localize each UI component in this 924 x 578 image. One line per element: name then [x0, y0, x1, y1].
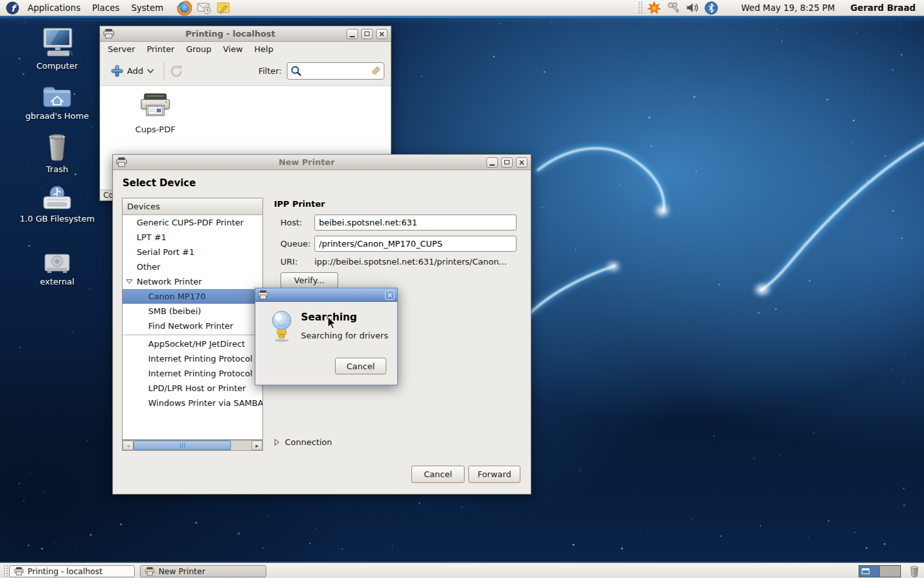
menu-applications[interactable]: Applications — [22, 0, 86, 16]
maximize-button[interactable] — [501, 157, 513, 168]
close-button[interactable]: × — [385, 290, 395, 300]
toolbar: Add Filter: — [100, 57, 391, 85]
scroll-right-button[interactable]: ▸ — [252, 441, 262, 450]
trash-applet[interactable] — [909, 565, 920, 578]
updates-applet[interactable] — [645, 0, 663, 16]
device-row-find-network-printer[interactable]: Find Network Printer — [123, 319, 262, 333]
refresh-icon[interactable] — [169, 64, 184, 78]
printer-item-cups-pdf[interactable]: Cups-PDF — [126, 92, 185, 134]
menu-system[interactable]: System — [125, 0, 169, 16]
device-row-generic-cups-pdf[interactable]: Generic CUPS-PDF Printer — [123, 215, 262, 230]
menu-server[interactable]: Server — [102, 43, 141, 55]
printing-window-titlebar[interactable]: Printing - localhost × — [100, 26, 391, 42]
devices-column-header[interactable]: Devices — [123, 198, 262, 215]
menu-group[interactable]: Group — [180, 43, 218, 55]
firefox-launcher[interactable] — [175, 0, 194, 16]
bluetooth-applet[interactable] — [702, 0, 721, 16]
trash-icon — [44, 132, 70, 162]
clear-filter-icon[interactable] — [371, 66, 381, 76]
close-button[interactable]: × — [376, 29, 388, 39]
maximize-button[interactable] — [361, 29, 373, 39]
window-title: Printing - localhost — [117, 29, 343, 39]
new-printer-titlebar[interactable]: New Printer × — [113, 155, 531, 170]
desktop-icon-home[interactable]: gbraad's Home — [18, 82, 96, 121]
device-row-canon-mp170[interactable]: Canon MP170 — [123, 289, 262, 304]
desktop-icon-external[interactable]: external — [18, 252, 96, 286]
uri-label: URI: — [280, 257, 298, 267]
printer-icon — [14, 567, 24, 575]
searching-cancel-button[interactable]: Cancel — [335, 358, 386, 374]
printer-large-icon — [138, 92, 173, 122]
usb-drive-icon — [41, 185, 73, 212]
device-row-lpt1[interactable]: LPT #1 — [123, 230, 262, 245]
verify-button[interactable]: Verify... — [280, 272, 338, 288]
device-row-serial-port-1[interactable]: Serial Port #1 — [123, 245, 262, 259]
panel-drag-handle[interactable] — [638, 1, 644, 14]
volume-applet[interactable] — [683, 0, 702, 16]
forward-button[interactable]: Forward — [468, 466, 520, 483]
close-button[interactable]: × — [516, 157, 527, 168]
panel-drag-handle[interactable] — [3, 565, 9, 577]
trash-icon — [909, 565, 920, 577]
desktop-icon-label: 1.0 GB Filesystem — [20, 214, 95, 223]
filter-input[interactable] — [304, 66, 368, 76]
device-row-windows-samba[interactable]: Windows Printer via SAMBA — [123, 396, 262, 410]
update-star-icon — [647, 1, 661, 15]
device-row-ipp-1[interactable]: Internet Printing Protocol — [123, 351, 262, 366]
menu-help[interactable]: Help — [248, 43, 279, 55]
desktop-icon-label: external — [40, 277, 74, 286]
device-row-lpd-lpr[interactable]: LPD/LPR Host or Printer — [123, 381, 262, 396]
scrollbar-track[interactable] — [133, 441, 252, 450]
top-panel: f Applications Places System — [0, 0, 924, 16]
keyring-applet[interactable] — [663, 0, 683, 16]
notes-launcher[interactable] — [214, 0, 233, 16]
desktop-icon-computer[interactable]: Computer — [18, 27, 96, 71]
filter-search-box[interactable] — [287, 62, 384, 80]
clock-applet[interactable]: Wed May 19, 8:25 PM — [741, 3, 835, 13]
taskbar-button-printing[interactable]: Printing - localhost — [9, 565, 135, 577]
mail-clock-icon — [197, 1, 211, 14]
devices-horizontal-scrollbar[interactable]: ◂ ▸ — [122, 440, 263, 451]
host-label: Host: — [280, 218, 302, 227]
searching-dialog: × Searching Searching for drivers Cancel — [255, 288, 398, 385]
taskbar-button-new-printer[interactable]: New Printer — [140, 565, 266, 577]
expander-open-icon[interactable] — [126, 279, 133, 285]
desktop-icon-label: Computer — [37, 61, 78, 71]
connection-label: Connection — [285, 437, 332, 447]
scroll-left-button[interactable]: ◂ — [123, 441, 133, 450]
workspace-switcher — [859, 565, 901, 577]
queue-input[interactable] — [314, 236, 517, 252]
toolbar-separator — [164, 62, 164, 80]
lightbulb-icon — [270, 310, 294, 343]
workspace-1[interactable] — [859, 565, 880, 577]
device-row-network-printer[interactable]: Network Printer — [123, 274, 262, 289]
searching-dialog-titlebar[interactable]: × — [255, 288, 397, 302]
user-switcher[interactable]: Gerard Braad — [850, 3, 916, 13]
cancel-button[interactable]: Cancel — [411, 466, 465, 483]
device-row-smb-beibei[interactable]: SMB (beibei) — [123, 304, 262, 319]
device-row-other[interactable]: Other — [123, 259, 262, 274]
fedora-menu-logo[interactable]: f — [3, 0, 22, 16]
mail-launcher[interactable] — [194, 0, 214, 16]
minimize-button[interactable] — [346, 29, 358, 39]
minimize-button[interactable] — [486, 157, 498, 168]
connection-expander[interactable]: Connection — [274, 437, 332, 447]
desktop-icon-filesystem[interactable]: 1.0 GB Filesystem — [18, 185, 96, 223]
device-row-appsocket[interactable]: AppSocket/HP JetDirect — [123, 337, 262, 351]
device-row-ipp-2[interactable]: Internet Printing Protocol — [123, 366, 262, 381]
menubar: Server Printer Group View Help — [100, 42, 391, 57]
menu-printer[interactable]: Printer — [141, 43, 180, 55]
home-folder-icon — [40, 82, 74, 109]
add-button[interactable]: Add — [107, 62, 158, 80]
expander-closed-icon — [274, 439, 280, 446]
menu-places[interactable]: Places — [86, 0, 125, 16]
chevron-down-icon — [147, 69, 154, 74]
searching-message: Searching for drivers — [301, 331, 388, 340]
scrollbar-thumb[interactable] — [133, 441, 231, 450]
workspace-2[interactable] — [880, 565, 901, 577]
menu-view[interactable]: View — [217, 43, 248, 55]
host-input[interactable] — [314, 215, 517, 231]
desktop-icon-trash[interactable]: Trash — [18, 132, 96, 174]
printer-icon — [258, 290, 268, 299]
page-title: Select Device — [123, 177, 196, 189]
